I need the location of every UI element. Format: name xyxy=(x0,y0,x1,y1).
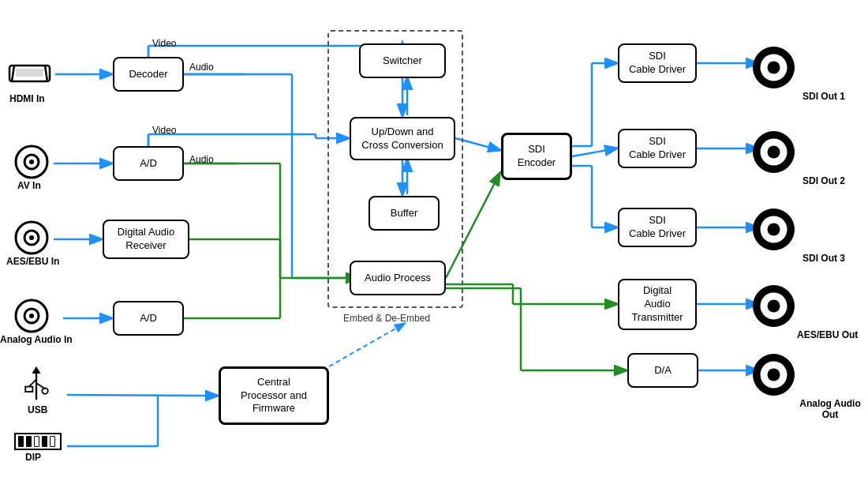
svg-rect-55 xyxy=(16,69,43,77)
svg-point-70 xyxy=(42,388,47,393)
sdi-out-3-icon xyxy=(752,208,795,251)
ad2-block: A/D xyxy=(113,301,184,336)
da-block: D/A xyxy=(627,353,698,388)
usb-label: USB xyxy=(28,404,47,415)
aes-ebu-out-label: AES/EBU Out xyxy=(797,329,858,340)
svg-line-53 xyxy=(12,66,14,81)
central-processor-block: CentralProcessor andFirmware xyxy=(219,366,329,425)
aes-ebu-out-icon xyxy=(752,284,795,328)
analog-audio-in-icon xyxy=(14,299,49,333)
sdi-out-3-label: SDI Out 3 xyxy=(803,253,845,264)
video-label-decoder: Video xyxy=(152,38,176,49)
svg-line-67 xyxy=(29,379,36,386)
svg-point-82 xyxy=(768,300,780,313)
svg-point-85 xyxy=(768,369,780,381)
sdi-cable-driver-1-block: SDICable Driver xyxy=(618,43,697,83)
hdmi-in-label: HDMI In xyxy=(9,93,45,104)
digital-audio-transmitter-block: DigitalAudioTransmitter xyxy=(618,279,697,330)
buffer-block: Buffer xyxy=(369,196,440,231)
analog-audio-out-icon xyxy=(752,353,795,396)
embed-label: Embed & De-Embed xyxy=(343,313,430,324)
av-in-icon xyxy=(14,145,49,179)
sdi-encoder-block: SDIEncoder xyxy=(501,133,572,180)
aes-ebu-in-icon xyxy=(14,220,49,255)
sdi-out-1-icon xyxy=(752,46,795,89)
audio-label-ad1: Audio xyxy=(189,154,214,165)
dip-label: DIP xyxy=(25,452,41,463)
svg-point-73 xyxy=(768,62,780,74)
sdi-out-1-label: SDI Out 1 xyxy=(803,91,845,102)
audio-process-block: Audio Process xyxy=(350,261,446,295)
sdi-cable-driver-3-block: SDICable Driver xyxy=(618,208,697,247)
svg-point-64 xyxy=(29,314,34,318)
usb-icon xyxy=(21,365,52,401)
svg-point-79 xyxy=(768,223,780,236)
aes-ebu-in-label: AES/EBU In xyxy=(6,256,59,267)
av-in-label: AV In xyxy=(17,180,41,191)
svg-marker-66 xyxy=(32,366,40,374)
diagram: Video Audio Video Audio HDMI In AV In AE… xyxy=(0,0,868,477)
svg-point-76 xyxy=(768,146,780,159)
analog-audio-in-label: Analog Audio In xyxy=(0,334,73,345)
sdi-out-2-icon xyxy=(752,130,795,174)
digital-audio-receiver-block: Digital AudioReceiver xyxy=(103,220,189,259)
video-label-ad1: Video xyxy=(152,125,176,136)
svg-line-44 xyxy=(67,395,217,396)
svg-point-58 xyxy=(29,160,34,164)
hdmi-in-icon xyxy=(8,57,51,92)
sdi-out-2-label: SDI Out 2 xyxy=(803,175,845,186)
svg-line-29 xyxy=(572,148,616,156)
updown-block: Up/Down andCross Conversion xyxy=(350,117,455,160)
dip-icon xyxy=(14,433,62,450)
ad1-block: A/D xyxy=(113,146,184,181)
svg-point-61 xyxy=(29,235,34,240)
svg-line-47 xyxy=(329,324,404,366)
switcher-block: Switcher xyxy=(359,43,446,78)
svg-rect-68 xyxy=(25,387,32,392)
sdi-cable-driver-2-block: SDICable Driver xyxy=(618,129,697,168)
audio-label-decoder: Audio xyxy=(189,62,214,73)
decoder-block: Decoder xyxy=(113,57,184,92)
analog-audio-out-label: Analog Audio Out xyxy=(792,398,868,420)
svg-line-54 xyxy=(45,66,47,81)
